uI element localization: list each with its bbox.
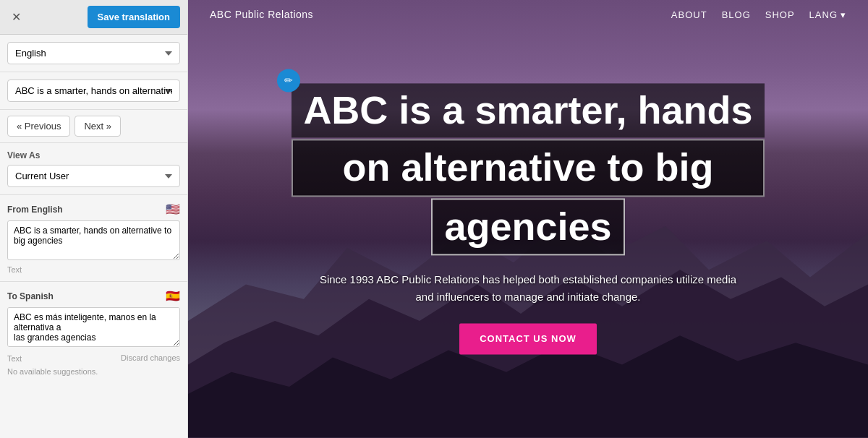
save-translation-button[interactable]: Save translation — [88, 6, 180, 28]
close-button[interactable]: ✕ — [7, 9, 25, 25]
nav-blog[interactable]: BLOG — [722, 9, 751, 20]
view-as-select[interactable]: Current User — [7, 165, 180, 187]
spanish-flag: 🇪🇸 — [166, 289, 180, 303]
english-flag: 🇺🇸 — [166, 202, 180, 216]
contact-us-button[interactable]: CONTACT US NOW — [459, 324, 597, 355]
view-as-section: View As Current User — [0, 143, 187, 195]
to-field-type: Text — [7, 354, 22, 363]
view-as-label: View As — [7, 150, 180, 160]
nav-about[interactable]: ABOUT — [671, 9, 707, 20]
language-section: English — [0, 35, 187, 72]
language-select[interactable]: English — [7, 42, 180, 64]
site-logo: ABC Public Relations — [210, 9, 313, 20]
main-preview-area: ABC Public Relations ABOUT BLOG SHOP LAN… — [188, 0, 868, 438]
translation-panel: ✕ Save translation English ABC is a smar… — [0, 0, 188, 438]
string-section: ABC is a smarter, hands on alternative t… — [0, 72, 187, 110]
next-button[interactable]: Next » — [75, 116, 121, 137]
discard-changes-link[interactable]: Discard changes — [121, 353, 180, 362]
panel-header: ✕ Save translation — [0, 0, 187, 35]
chevron-down-icon: ▾ — [841, 9, 846, 20]
nav-lang[interactable]: LANG ▾ — [809, 9, 846, 20]
hero-title-line2: on alternative to big — [292, 139, 764, 197]
from-english-textarea[interactable]: ABC is a smarter, hands on alternative t… — [7, 220, 180, 260]
navigation-buttons: « Previous Next » — [0, 110, 187, 143]
to-label: To Spanish 🇪🇸 — [7, 289, 180, 303]
previous-button[interactable]: « Previous — [7, 116, 70, 137]
hero-title-wrapper: ✏ ABC is a smarter, hands on alternative… — [292, 83, 764, 257]
top-nav: ABC Public Relations ABOUT BLOG SHOP LAN… — [188, 0, 868, 29]
to-spanish-textarea[interactable]: ABC es más inteligente, manos en la alte… — [7, 307, 180, 347]
string-select[interactable]: ABC is a smarter, hands on alternative t… — [7, 80, 180, 102]
hero-content: ✏ ABC is a smarter, hands on alternative… — [275, 83, 781, 354]
to-spanish-section: To Spanish 🇪🇸 ABC es más inteligente, ma… — [0, 281, 187, 383]
hero-subtitle: Since 1993 ABC Public Relations has help… — [275, 272, 781, 306]
from-field-type: Text — [7, 265, 180, 274]
nav-links: ABOUT BLOG SHOP LANG ▾ — [671, 9, 846, 20]
nav-shop[interactable]: SHOP — [765, 9, 795, 20]
from-label: From English 🇺🇸 — [7, 202, 180, 216]
hero-title-line3: agencies — [431, 198, 624, 255]
hero-title-line1: ABC is a smarter, hands — [292, 83, 764, 137]
from-english-section: From English 🇺🇸 ABC is a smarter, hands … — [0, 195, 187, 281]
no-suggestions-text: No available suggestions. — [7, 367, 180, 376]
